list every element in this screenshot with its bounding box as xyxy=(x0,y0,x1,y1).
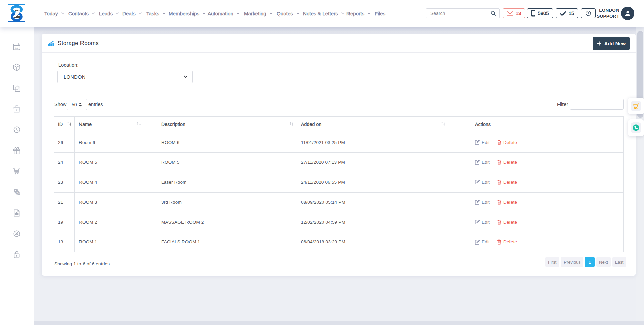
svg-text:$: $ xyxy=(16,191,18,194)
svg-text:?: ? xyxy=(587,11,589,15)
svg-text:12: 12 xyxy=(15,46,18,49)
